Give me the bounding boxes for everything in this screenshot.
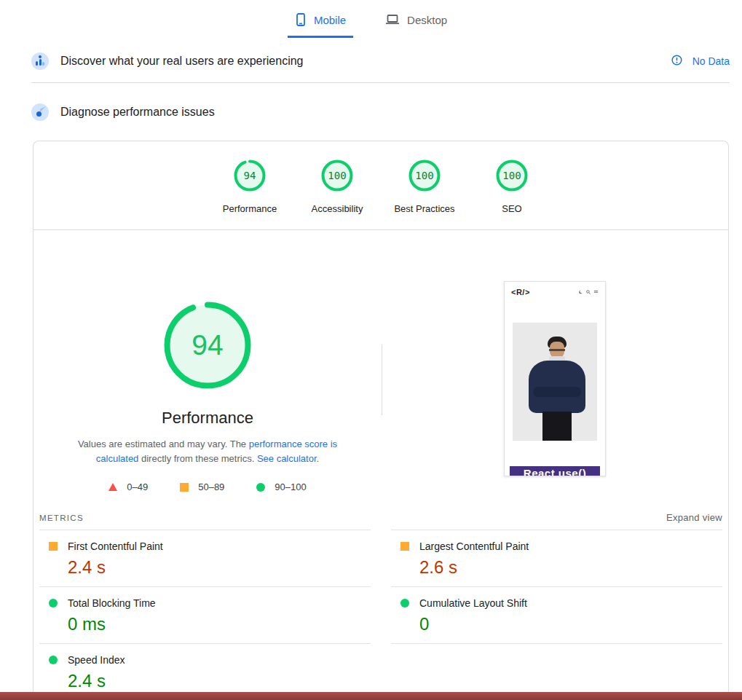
- performance-gauge-title: Performance: [162, 409, 253, 428]
- metric-largest-contentful-paint: Largest Contentful Paint 2.6 s: [391, 530, 722, 587]
- thumbnail-site-header: <R/>: [505, 282, 605, 296]
- metric-value: 0 ms: [68, 614, 371, 634]
- metric-name: Total Blocking Time: [68, 597, 156, 609]
- legend-average-range: 50–89: [198, 481, 224, 492]
- legend-fail: 0–49: [108, 481, 148, 492]
- best-practices-label: Best Practices: [394, 203, 454, 214]
- desktop-laptop-icon: [385, 14, 400, 25]
- field-data-section-header: Discover what your real users are experi…: [31, 38, 730, 83]
- mobile-phone-icon: [295, 13, 307, 26]
- metrics-heading: METRICS: [39, 514, 84, 522]
- portrait-photo: [513, 323, 597, 441]
- performance-gauge-small: 94: [233, 159, 267, 192]
- tab-desktop[interactable]: Desktop: [378, 9, 454, 38]
- accessibility-score-value: 100: [320, 159, 354, 192]
- no-data-status[interactable]: No Data: [671, 55, 730, 68]
- expand-view-button[interactable]: Expand view: [666, 512, 722, 523]
- category-scores-row: 94 Performance 100 Accessibility 100 Bes…: [33, 141, 728, 214]
- pagespeed-report: Mobile Desktop Discover what your real u…: [0, 0, 742, 700]
- metric-value: 0: [419, 614, 722, 634]
- tab-desktop-label: Desktop: [407, 14, 447, 26]
- orange-square-icon: [180, 483, 189, 492]
- bottom-window-edge-bar: [0, 692, 742, 700]
- metric-first-contentful-paint: First Contentful Paint 2.4 s: [39, 530, 371, 587]
- red-triangle-icon: [108, 483, 117, 491]
- score-disclaimer: Values are estimated and may vary. The p…: [72, 437, 343, 466]
- info-icon: [671, 55, 682, 68]
- performance-gauge-score: 94: [164, 302, 251, 389]
- metric-name: Largest Contentful Paint: [419, 540, 529, 552]
- metric-value: 2.6 s: [419, 557, 722, 578]
- pass-dot-icon: [400, 599, 409, 607]
- performance-gauge-large: 94: [164, 302, 251, 389]
- metric-name: First Contentful Paint: [68, 540, 163, 552]
- tab-mobile[interactable]: Mobile: [288, 9, 353, 38]
- average-square-icon: [400, 542, 409, 551]
- lab-section-header: Diagnose performance issues: [31, 83, 730, 128]
- metric-value: 2.4 s: [68, 671, 371, 691]
- accessibility-label: Accessibility: [312, 203, 363, 214]
- seo-label: SEO: [502, 203, 521, 214]
- category-best-practices[interactable]: 100 Best Practices: [381, 159, 468, 214]
- metrics-grid: First Contentful Paint 2.4 s Total Block…: [39, 530, 722, 700]
- disclaimer-text: directly from these metrics.: [138, 453, 257, 464]
- site-header-icons: [579, 290, 599, 294]
- disclaimer-text: Values are estimated and may vary. The: [78, 439, 249, 449]
- vertical-divider: [382, 345, 382, 415]
- menu-icon: [593, 290, 599, 294]
- theme-toggle-icon: [579, 290, 583, 294]
- legend-pass: 90–100: [256, 481, 306, 492]
- metrics-column-right: Largest Contentful Paint 2.6 s Cumulativ…: [391, 530, 722, 700]
- performance-score-value: 94: [233, 159, 267, 192]
- search-icon: [586, 290, 591, 294]
- category-performance[interactable]: 94 Performance: [206, 159, 293, 214]
- legend-pass-range: 90–100: [275, 481, 306, 492]
- category-seo[interactable]: 100 SEO: [468, 159, 556, 214]
- category-accessibility[interactable]: 100 Accessibility: [293, 159, 381, 214]
- lab-section-title: Diagnose performance issues: [60, 106, 215, 119]
- score-range-legend: 0–49 50–89 90–100: [108, 481, 306, 492]
- device-tabs: Mobile Desktop: [0, 0, 742, 38]
- screenshot-pane: <R/> React use(): [382, 230, 728, 502]
- disclaimer-text: .: [317, 453, 320, 464]
- best-practices-score-value: 100: [408, 159, 441, 192]
- average-square-icon: [49, 542, 58, 551]
- best-practices-gauge-small: 100: [408, 159, 441, 192]
- seo-score-value: 100: [495, 159, 529, 192]
- green-circle-icon: [256, 483, 265, 492]
- gauge-pane: 94 Performance Values are estimated and …: [33, 230, 382, 502]
- legend-fail-range: 0–49: [127, 481, 148, 492]
- metrics-column-left: First Contentful Paint 2.4 s Total Block…: [39, 530, 371, 700]
- tab-mobile-label: Mobile: [314, 14, 346, 26]
- see-calculator-link[interactable]: See calculator: [257, 453, 317, 464]
- seo-gauge-small: 100: [495, 159, 529, 192]
- legend-average: 50–89: [180, 481, 224, 492]
- performance-label: Performance: [223, 203, 277, 214]
- field-data-title: Discover what your real users are experi…: [60, 55, 303, 68]
- site-logo: <R/>: [511, 288, 530, 296]
- metrics-header: METRICS Expand view: [33, 502, 728, 530]
- report-card: 94 Performance 100 Accessibility 100 Bes…: [33, 141, 729, 700]
- metric-name: Cumulative Layout Shift: [419, 597, 527, 609]
- metric-cumulative-layout-shift: Cumulative Layout Shift 0: [391, 587, 722, 644]
- insights-icon: [31, 52, 49, 70]
- metric-name: Speed Index: [68, 654, 125, 666]
- performance-summary-area: 94 Performance Values are estimated and …: [33, 230, 728, 502]
- thumbnail-heading-clipped: React use(): [510, 466, 600, 476]
- accessibility-gauge-small: 100: [320, 159, 354, 192]
- diagnose-compass-icon: [31, 103, 49, 121]
- pass-dot-icon: [49, 599, 58, 607]
- pass-dot-icon: [49, 656, 58, 664]
- metric-total-blocking-time: Total Blocking Time 0 ms: [39, 587, 371, 644]
- no-data-label: No Data: [692, 55, 730, 67]
- page-screenshot-thumbnail[interactable]: <R/> React use(): [504, 281, 606, 476]
- metric-value: 2.4 s: [68, 557, 371, 578]
